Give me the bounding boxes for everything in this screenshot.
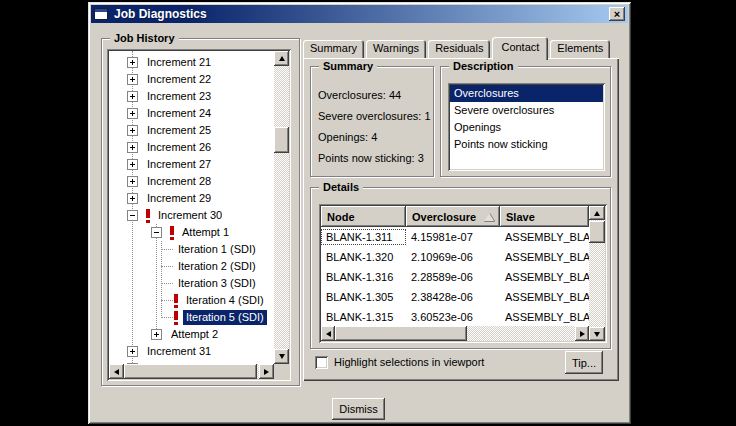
tree-expander-minus-icon[interactable]	[127, 210, 138, 221]
table-row[interactable]: BLANK-1.3052.38428e-06ASSEMBLY_BLANK	[321, 287, 589, 307]
summary-line: Openings: 4	[318, 131, 431, 144]
cell-slave[interactable]: ASSEMBLY_BLANK	[500, 289, 589, 305]
table-row[interactable]: BLANK-1.3202.10969e-06ASSEMBLY_BLANK	[321, 247, 589, 267]
tree-item-attempt-1[interactable]: Attempt 1	[109, 224, 274, 241]
tree-item-increment-26[interactable]: Increment 26	[109, 139, 274, 156]
scroll-left-button[interactable]	[109, 364, 124, 379]
tree-item-label: Increment 21	[144, 55, 214, 70]
arrow-down-icon	[279, 354, 285, 359]
table-row[interactable]: BLANK-1.3153.60523e-06ASSEMBLY_BLANK	[321, 307, 589, 326]
cell-node[interactable]: BLANK-1.305	[321, 289, 406, 305]
dismiss-button[interactable]: Dismiss	[332, 398, 385, 420]
tree-expander-plus-icon[interactable]	[127, 57, 138, 68]
tab-summary[interactable]: Summary	[303, 40, 364, 58]
scroll-left-button[interactable]	[321, 326, 335, 341]
tree-expander-plus-icon[interactable]	[127, 125, 138, 136]
scrollbar-thumb[interactable]	[335, 326, 467, 341]
tree-item-increment-23[interactable]: Increment 23	[109, 88, 274, 105]
tree-item-label: Iteration 1 (SDI)	[175, 242, 259, 257]
tree-item-increment-24[interactable]: Increment 24	[109, 105, 274, 122]
table-vertical-scrollbar[interactable]	[589, 206, 605, 341]
scroll-up-button[interactable]	[589, 206, 605, 220]
tree-item-iteration-1-sdi[interactable]: Iteration 1 (SDI)	[109, 241, 274, 258]
cell-overclosure[interactable]: 2.28589e-06	[406, 269, 500, 285]
tree-item-attempt-2[interactable]: Attempt 2	[109, 326, 274, 343]
tab-label: Elements	[557, 42, 603, 54]
tree-expander-plus-icon[interactable]	[127, 108, 138, 119]
cell-overclosure[interactable]: 2.10969e-06	[406, 249, 500, 265]
cell-slave[interactable]: ASSEMBLY_BLANK	[500, 249, 589, 265]
tree-item-iteration-4-sdi[interactable]: Iteration 4 (SDI)	[109, 292, 274, 309]
tree-horizontal-scrollbar[interactable]	[109, 364, 274, 379]
arrow-up-icon	[279, 56, 285, 61]
scroll-right-button[interactable]	[575, 326, 589, 341]
tab-contact[interactable]: Contact	[492, 37, 548, 60]
details-table-content: NodeOverclosureSlave BLANK-1.3114.15981e…	[321, 206, 589, 341]
tree-item-increment-31[interactable]: Increment 31	[109, 343, 274, 360]
error-exclamation-icon	[174, 311, 178, 325]
tip-button[interactable]: Tip...	[565, 351, 603, 374]
cell-node[interactable]: BLANK-1.315	[321, 309, 406, 325]
tree-expander-plus-icon[interactable]	[127, 176, 138, 187]
tree-item-iteration-3-sdi[interactable]: Iteration 3 (SDI)	[109, 275, 274, 292]
column-header-slave[interactable]: Slave	[500, 206, 589, 227]
tree-item-increment-22[interactable]: Increment 22	[109, 71, 274, 88]
description-item-severe-overclosures[interactable]: Severe overclosures	[450, 102, 603, 119]
tree-item-increment-27[interactable]: Increment 27	[109, 156, 274, 173]
tab-warnings[interactable]: Warnings	[366, 40, 426, 58]
tab-elements[interactable]: Elements	[550, 40, 610, 58]
scrollbar-thumb[interactable]	[124, 364, 257, 379]
description-item-openings[interactable]: Openings	[450, 119, 603, 136]
table-row[interactable]: BLANK-1.3162.28589e-06ASSEMBLY_BLANK	[321, 267, 589, 287]
tab-label: Contact	[501, 41, 539, 53]
tree-item-label: Attempt 2	[168, 327, 221, 342]
scroll-up-button[interactable]	[274, 51, 289, 66]
tree-expander-plus-icon[interactable]	[127, 193, 138, 204]
tree-expander-plus-icon[interactable]	[127, 74, 138, 85]
tree-item-iteration-2-sdi[interactable]: Iteration 2 (SDI)	[109, 258, 274, 275]
description-item-points-now-sticking[interactable]: Points now sticking	[450, 136, 603, 153]
tree-expander-minus-icon[interactable]	[151, 227, 162, 238]
table-body: BLANK-1.3114.15981e-07ASSEMBLY_BLANKBLAN…	[321, 227, 589, 326]
tree-expander-plus-icon[interactable]	[127, 91, 138, 102]
scroll-down-button[interactable]	[589, 327, 605, 341]
close-button[interactable]: ×	[609, 7, 625, 21]
tree-item-increment-29[interactable]: Increment 29	[109, 190, 274, 207]
table-row[interactable]: BLANK-1.3114.15981e-07ASSEMBLY_BLANK	[321, 227, 589, 247]
description-list: OverclosuresSevere overclosuresOpeningsP…	[448, 83, 605, 171]
highlight-selections-checkbox[interactable]	[315, 356, 328, 369]
cell-slave[interactable]: ASSEMBLY_BLANK	[500, 229, 589, 245]
scrollbar-thumb[interactable]	[589, 221, 605, 243]
column-header-overclosure[interactable]: Overclosure	[406, 206, 500, 227]
tree-item-increment-28[interactable]: Increment 28	[109, 173, 274, 190]
cell-overclosure[interactable]: 2.38428e-06	[406, 289, 500, 305]
cell-node[interactable]: BLANK-1.316	[321, 269, 406, 285]
tree-vertical-scrollbar[interactable]	[274, 51, 289, 364]
scroll-right-button[interactable]	[259, 364, 274, 379]
tree-expander-plus-icon[interactable]	[127, 346, 138, 357]
cell-node[interactable]: BLANK-1.311	[321, 229, 406, 245]
title-bar[interactable]: Job Diagnostics ×	[91, 5, 628, 23]
cell-slave[interactable]: ASSEMBLY_BLANK	[500, 309, 589, 325]
tree-item-iteration-5-sdi[interactable]: Iteration 5 (SDI)	[109, 309, 274, 326]
tree-expander-plus-icon[interactable]	[127, 363, 138, 364]
cell-overclosure[interactable]: 4.15981e-07	[406, 229, 500, 245]
job-history-tree: Increment 21Increment 22Increment 23Incr…	[107, 49, 291, 381]
tree-item-increment-30[interactable]: Increment 30	[109, 207, 274, 224]
scroll-down-button[interactable]	[274, 349, 289, 364]
tree-expander-plus-icon[interactable]	[127, 142, 138, 153]
table-horizontal-scrollbar[interactable]	[321, 326, 589, 341]
tab-residuals[interactable]: Residuals	[428, 40, 490, 58]
tab-label: Summary	[310, 42, 357, 54]
tree-item-label: Increment 23	[144, 89, 214, 104]
scrollbar-thumb[interactable]	[274, 127, 289, 153]
cell-overclosure[interactable]: 3.60523e-06	[406, 309, 500, 325]
tree-item-increment-21[interactable]: Increment 21	[109, 54, 274, 71]
cell-slave[interactable]: ASSEMBLY_BLANK	[500, 269, 589, 285]
tree-expander-plus-icon[interactable]	[151, 329, 162, 340]
tree-item-increment-25[interactable]: Increment 25	[109, 122, 274, 139]
cell-node[interactable]: BLANK-1.320	[321, 249, 406, 265]
description-item-overclosures[interactable]: Overclosures	[450, 85, 603, 102]
tree-expander-plus-icon[interactable]	[127, 159, 138, 170]
column-header-node[interactable]: Node	[321, 206, 406, 227]
